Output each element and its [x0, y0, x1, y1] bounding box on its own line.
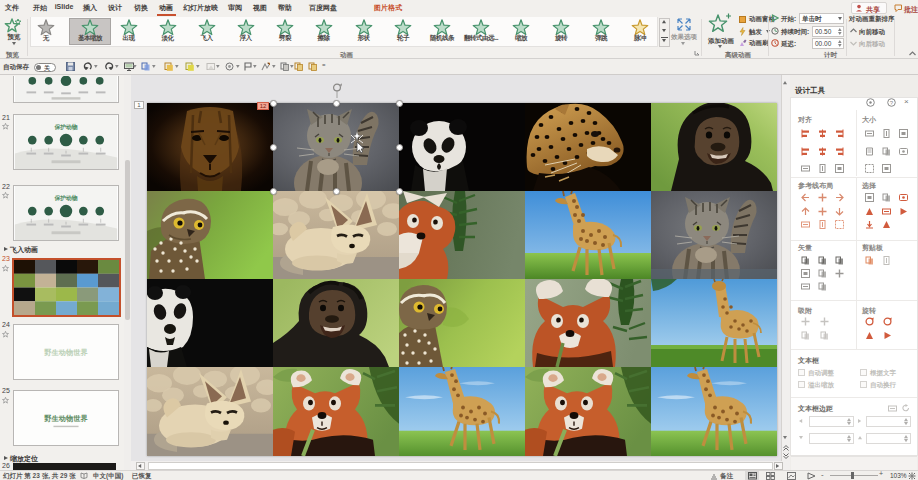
svg-text:保护动物: 保护动物: [53, 194, 77, 202]
svg-text:?: ?: [890, 100, 894, 106]
svg-text:野生动物世界: 野生动物世界: [44, 348, 88, 357]
svg-text:野生动物世界: 野生动物世界: [44, 414, 88, 423]
svg-text:保护动物: 保护动物: [53, 123, 77, 131]
